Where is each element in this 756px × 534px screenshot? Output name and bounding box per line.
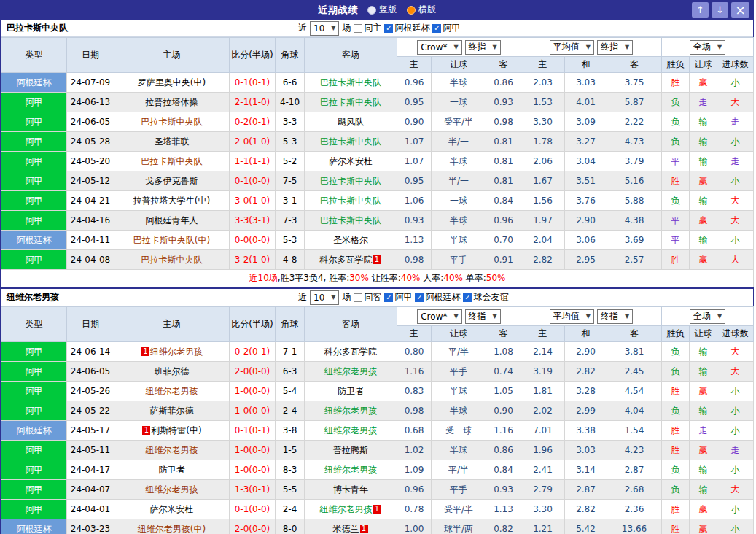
team-link[interactable]: 巴拉卡斯中央队 bbox=[320, 97, 381, 107]
away-team-cell[interactable]: 巴拉卡斯中央队 bbox=[305, 191, 397, 211]
away-team-cell[interactable]: 纽维尔老男孩1 bbox=[305, 500, 397, 519]
move-down-button[interactable]: ↓ bbox=[712, 2, 728, 18]
score-cell[interactable]: 0-1(0-1) bbox=[230, 73, 276, 93]
team-link[interactable]: 巴拉卡斯中央队 bbox=[320, 196, 381, 206]
home-team-cell[interactable]: 防卫者 bbox=[114, 460, 230, 480]
team-link[interactable]: 防卫者 bbox=[159, 465, 185, 475]
away-team-cell[interactable]: 纽维尔老男孩 bbox=[305, 421, 397, 441]
layout-mode-radio[interactable]: 横版 bbox=[407, 4, 436, 16]
filter-checkbox[interactable]: 同客 bbox=[354, 291, 381, 303]
score-cell[interactable]: 2-1(1-0) bbox=[230, 93, 276, 112]
away-team-cell[interactable]: 防卫者 bbox=[305, 382, 397, 401]
filter-checkbox[interactable]: ✓球会友谊 bbox=[463, 291, 508, 303]
score-cell[interactable]: 1-0(0-0) bbox=[230, 441, 276, 460]
team-link[interactable]: 萨尔米安杜 bbox=[329, 156, 373, 166]
average-odds-dropdown[interactable]: 终指▼ bbox=[597, 309, 633, 324]
home-team-cell[interactable]: 纽维尔老男孩 bbox=[114, 480, 230, 500]
team-link[interactable]: 拉普拉塔体操 bbox=[146, 97, 198, 107]
team-link[interactable]: 圣米格尔 bbox=[333, 235, 368, 245]
team-link[interactable]: 巴拉卡斯中央队(中) bbox=[133, 235, 210, 245]
score-cell[interactable]: 1-0(0-0) bbox=[230, 401, 276, 421]
team-link[interactable]: 科尔多瓦学院 bbox=[324, 347, 377, 357]
team-link[interactable]: 纽维尔老男孩 bbox=[324, 406, 377, 416]
filter-checkbox[interactable]: ✓阿根廷杯 bbox=[384, 22, 429, 34]
score-cell[interactable]: 1-3(0-1) bbox=[230, 480, 276, 500]
bookmaker-dropdown[interactable]: 终指▼ bbox=[465, 40, 501, 55]
away-team-cell[interactable]: 科尔多瓦学院 bbox=[305, 342, 397, 362]
filter-checkbox[interactable]: 同主 bbox=[354, 22, 381, 34]
filter-checkbox[interactable]: ✓阿甲 bbox=[432, 22, 460, 34]
team-link[interactable]: 纽维尔老男孩 bbox=[324, 366, 377, 376]
bookmaker-dropdown[interactable]: Crow*▼ bbox=[417, 40, 461, 55]
away-team-cell[interactable]: 飓风队 bbox=[305, 112, 397, 132]
away-team-cell[interactable]: 米德兰1 bbox=[305, 519, 397, 534]
away-team-cell[interactable]: 博卡青年 bbox=[305, 480, 397, 500]
team-link[interactable]: 巴拉卡斯中央队 bbox=[141, 117, 203, 127]
scope-dropdown[interactable]: 全场▼ bbox=[690, 40, 725, 55]
average-odds-dropdown[interactable]: 平均值▼ bbox=[550, 40, 594, 55]
team-link[interactable]: 萨尔米安杜 bbox=[150, 504, 194, 514]
team-link[interactable]: 科尔多瓦学院 bbox=[320, 255, 373, 265]
score-cell[interactable]: 0-1(0-0) bbox=[230, 500, 276, 519]
team-link[interactable]: 利斯特雷(中) bbox=[151, 425, 201, 436]
scope-dropdown[interactable]: 全场▼ bbox=[690, 309, 725, 324]
score-cell[interactable]: 2-0(1-0) bbox=[230, 132, 276, 152]
match-count-dropdown[interactable]: 10▼ bbox=[310, 290, 339, 305]
match-count-dropdown[interactable]: 10▼ bbox=[310, 21, 339, 36]
score-cell[interactable]: 0-2(0-1) bbox=[230, 342, 276, 362]
team-link[interactable]: 纽维尔老男孩 bbox=[324, 425, 377, 436]
home-team-cell[interactable]: 罗萨里奥中央(中) bbox=[114, 73, 230, 93]
away-team-cell[interactable]: 纽维尔老男孩 bbox=[305, 362, 397, 382]
home-team-cell[interactable]: 阿根廷青年人 bbox=[114, 211, 230, 231]
score-cell[interactable]: 0-1(0-0) bbox=[230, 171, 276, 191]
team-link[interactable]: 巴拉卡斯中央队 bbox=[320, 215, 381, 225]
away-team-cell[interactable]: 普拉腾斯 bbox=[305, 441, 397, 460]
team-link[interactable]: 圣塔菲联 bbox=[155, 136, 190, 147]
team-link[interactable]: 防卫者 bbox=[338, 386, 364, 396]
team-link[interactable]: 飓风队 bbox=[338, 117, 364, 127]
average-odds-dropdown[interactable]: 终指▼ bbox=[597, 40, 633, 55]
score-cell[interactable]: 2-0(0-0) bbox=[230, 362, 276, 382]
team-link[interactable]: 纽维尔老男孩 bbox=[146, 386, 198, 396]
home-team-cell[interactable]: 巴拉卡斯中央队 bbox=[114, 152, 230, 171]
away-team-cell[interactable]: 巴拉卡斯中央队 bbox=[305, 73, 397, 93]
score-cell[interactable]: 3-2(1-0) bbox=[230, 250, 276, 270]
home-team-cell[interactable]: 拉普拉塔大学生(中) bbox=[114, 191, 230, 211]
home-team-cell[interactable]: 萨斯菲尔德 bbox=[114, 401, 230, 421]
home-team-cell[interactable]: 巴拉卡斯中央队 bbox=[114, 112, 230, 132]
away-team-cell[interactable]: 巴拉卡斯中央队 bbox=[305, 211, 397, 231]
home-team-cell[interactable]: 1利斯特雷(中) bbox=[114, 421, 230, 441]
away-team-cell[interactable]: 巴拉卡斯中央队 bbox=[305, 132, 397, 152]
home-team-cell[interactable]: 1纽维尔老男孩 bbox=[114, 342, 230, 362]
score-cell[interactable]: 1-0(0-0) bbox=[230, 460, 276, 480]
score-cell[interactable]: 3-3(3-1) bbox=[230, 211, 276, 231]
team-link[interactable]: 阿根廷青年人 bbox=[146, 215, 198, 225]
team-link[interactable]: 博卡青年 bbox=[333, 484, 368, 495]
team-link[interactable]: 拉普拉塔大学生(中) bbox=[133, 196, 210, 206]
team-link[interactable]: 巴拉卡斯中央队 bbox=[320, 136, 381, 147]
away-team-cell[interactable]: 纽维尔老男孩 bbox=[305, 460, 397, 480]
away-team-cell[interactable]: 巴拉卡斯中央队 bbox=[305, 171, 397, 191]
score-cell[interactable]: 0-1(0-1) bbox=[230, 421, 276, 441]
filter-checkbox[interactable]: ✓阿甲 bbox=[384, 291, 412, 303]
home-team-cell[interactable]: 纽维尔老男孩(中) bbox=[114, 519, 230, 534]
home-team-cell[interactable]: 巴拉卡斯中央队 bbox=[114, 250, 230, 270]
score-cell[interactable]: 1-1(1-1) bbox=[230, 152, 276, 171]
team-link[interactable]: 普拉腾斯 bbox=[333, 445, 368, 455]
team-link[interactable]: 巴拉卡斯中央队 bbox=[141, 255, 203, 265]
score-cell[interactable]: 3-0(1-0) bbox=[230, 191, 276, 211]
team-link[interactable]: 巴拉卡斯中央队 bbox=[320, 176, 381, 186]
team-link[interactable]: 纽维尔老男孩 bbox=[320, 504, 373, 514]
home-team-cell[interactable]: 纽维尔老男孩 bbox=[114, 441, 230, 460]
team-link[interactable]: 班菲尔德 bbox=[155, 366, 190, 376]
team-link[interactable]: 纽维尔老男孩(中) bbox=[138, 524, 206, 534]
average-odds-dropdown[interactable]: 平均值▼ bbox=[550, 309, 594, 324]
move-up-button[interactable]: ↑ bbox=[692, 2, 709, 18]
bookmaker-dropdown[interactable]: Crow*▼ bbox=[417, 309, 461, 324]
team-link[interactable]: 罗萨里奥中央(中) bbox=[138, 77, 206, 88]
home-team-cell[interactable]: 萨尔米安杜 bbox=[114, 500, 230, 519]
home-team-cell[interactable]: 圣塔菲联 bbox=[114, 132, 230, 152]
away-team-cell[interactable]: 科尔多瓦学院1 bbox=[305, 250, 397, 270]
team-link[interactable]: 戈多伊克鲁斯 bbox=[146, 176, 198, 186]
home-team-cell[interactable]: 纽维尔老男孩 bbox=[114, 382, 230, 401]
